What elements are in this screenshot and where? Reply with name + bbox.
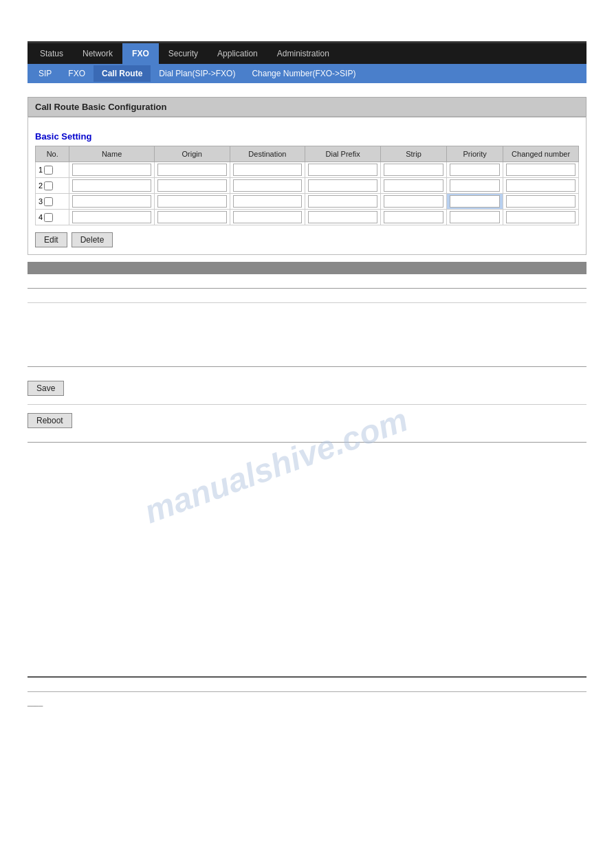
row2-strip-cell bbox=[380, 178, 446, 194]
row2-prefix-cell bbox=[305, 178, 381, 194]
row1-priority-input[interactable] bbox=[450, 164, 500, 176]
spacer-1 bbox=[28, 311, 586, 353]
row4-prefix-cell bbox=[305, 210, 381, 225]
row1-dest-input[interactable] bbox=[233, 164, 303, 176]
table-row: 1 bbox=[36, 162, 579, 178]
th-destination: Destination bbox=[230, 146, 305, 162]
subnav-changenumber[interactable]: Change Number(FXO->SIP) bbox=[243, 65, 364, 82]
row2-prefix-input[interactable] bbox=[308, 179, 377, 192]
row2-changed-cell bbox=[503, 178, 579, 194]
table-row: 4 bbox=[36, 210, 579, 225]
row1-dest-cell bbox=[230, 162, 305, 178]
reboot-button[interactable]: Reboot bbox=[28, 413, 72, 428]
table-row: 2 bbox=[36, 178, 579, 194]
row4-name-input[interactable] bbox=[72, 211, 151, 223]
th-name: Name bbox=[69, 146, 154, 162]
delete-button[interactable]: Delete bbox=[72, 232, 113, 247]
row2-dest-input[interactable] bbox=[233, 179, 303, 192]
row2-strip-input[interactable] bbox=[384, 179, 443, 192]
row4-strip-input[interactable] bbox=[384, 211, 443, 223]
row1-name-cell bbox=[69, 162, 154, 178]
row1-strip-input[interactable] bbox=[384, 164, 443, 176]
row4-checkbox[interactable] bbox=[44, 213, 53, 222]
row1-num: 1 bbox=[36, 162, 69, 178]
row3-prefix-cell bbox=[305, 194, 381, 210]
row2-origin-cell bbox=[154, 178, 230, 194]
footer-text: ____ bbox=[28, 699, 586, 706]
row1-name-input[interactable] bbox=[72, 164, 151, 176]
th-changed-number: Changed number bbox=[503, 146, 579, 162]
row4-origin-cell bbox=[154, 210, 230, 225]
edit-button[interactable]: Edit bbox=[35, 232, 67, 247]
subnav-fxo[interactable]: FXO bbox=[60, 65, 94, 82]
save-button[interactable]: Save bbox=[28, 381, 64, 396]
divider-4 bbox=[28, 404, 586, 405]
nav-container: Status Network FXO Security Application … bbox=[28, 43, 586, 83]
row4-number: 4 bbox=[39, 213, 43, 221]
row3-priority-input[interactable] bbox=[450, 195, 500, 208]
row3-num: 3 bbox=[36, 194, 69, 210]
bottom-divider bbox=[28, 676, 586, 678]
nav-administration[interactable]: Administration bbox=[267, 43, 339, 64]
row2-name-input[interactable] bbox=[72, 179, 151, 192]
row4-prefix-input[interactable] bbox=[308, 211, 377, 223]
nav-fxo[interactable]: FXO bbox=[122, 43, 159, 64]
row3-prefix-input[interactable] bbox=[308, 195, 377, 208]
divider-2 bbox=[28, 302, 586, 303]
row3-number: 3 bbox=[39, 197, 43, 205]
row1-prefix-input[interactable] bbox=[308, 164, 377, 176]
divider-5 bbox=[28, 442, 586, 443]
spacer-bottom bbox=[0, 456, 614, 663]
nav-network[interactable]: Network bbox=[73, 43, 122, 64]
row2-priority-input[interactable] bbox=[450, 179, 500, 192]
row4-num: 4 bbox=[36, 210, 69, 225]
th-origin: Origin bbox=[154, 146, 230, 162]
main-nav: Status Network FXO Security Application … bbox=[28, 43, 586, 64]
reboot-row: Reboot bbox=[28, 413, 586, 428]
nav-status[interactable]: Status bbox=[30, 43, 73, 64]
th-priority: Priority bbox=[446, 146, 503, 162]
subnav-callroute[interactable]: Call Route bbox=[94, 65, 151, 82]
gray-bar bbox=[28, 262, 586, 274]
subnav-dialplan[interactable]: Dial Plan(SIP->FXO) bbox=[151, 65, 243, 82]
nav-security[interactable]: Security bbox=[159, 43, 208, 64]
basic-setting-label: Basic Setting bbox=[35, 131, 579, 142]
row2-name-cell bbox=[69, 178, 154, 194]
row3-changed-input[interactable] bbox=[506, 195, 575, 208]
subnav-sip[interactable]: SIP bbox=[30, 65, 60, 82]
content-area: Call Route Basic Configuration Basic Set… bbox=[28, 97, 586, 443]
row3-name-input[interactable] bbox=[72, 195, 151, 208]
row2-changed-input[interactable] bbox=[506, 179, 575, 192]
th-strip: Strip bbox=[380, 146, 446, 162]
row3-dest-cell bbox=[230, 194, 305, 210]
row3-origin-cell bbox=[154, 194, 230, 210]
table-row: 3 bbox=[36, 194, 579, 210]
row1-origin-input[interactable] bbox=[157, 164, 227, 176]
row1-changed-cell bbox=[503, 162, 579, 178]
row4-strip-cell bbox=[380, 210, 446, 225]
divider-3 bbox=[28, 366, 586, 367]
row4-dest-input[interactable] bbox=[233, 211, 303, 223]
row4-priority-input[interactable] bbox=[450, 211, 500, 223]
nav-application[interactable]: Application bbox=[208, 43, 267, 64]
row1-strip-cell bbox=[380, 162, 446, 178]
row2-checkbox[interactable] bbox=[44, 181, 53, 190]
row1-priority-cell bbox=[446, 162, 503, 178]
th-no: No. bbox=[36, 146, 69, 162]
row1-changed-input[interactable] bbox=[506, 164, 575, 176]
row4-dest-cell bbox=[230, 210, 305, 225]
row4-changed-input[interactable] bbox=[506, 211, 575, 223]
row4-priority-cell bbox=[446, 210, 503, 225]
row4-name-cell bbox=[69, 210, 154, 225]
route-table: No. Name Origin Destination Dial Prefix … bbox=[35, 146, 579, 225]
row3-origin-input[interactable] bbox=[157, 195, 227, 208]
row3-priority-cell bbox=[446, 194, 503, 210]
row3-checkbox[interactable] bbox=[44, 197, 53, 206]
row2-origin-input[interactable] bbox=[157, 179, 227, 192]
row4-origin-input[interactable] bbox=[157, 211, 227, 223]
section-header: Call Route Basic Configuration bbox=[28, 97, 586, 117]
row1-checkbox[interactable] bbox=[44, 166, 53, 175]
row3-strip-input[interactable] bbox=[384, 195, 443, 208]
row3-dest-input[interactable] bbox=[233, 195, 303, 208]
divider-1 bbox=[28, 288, 586, 289]
